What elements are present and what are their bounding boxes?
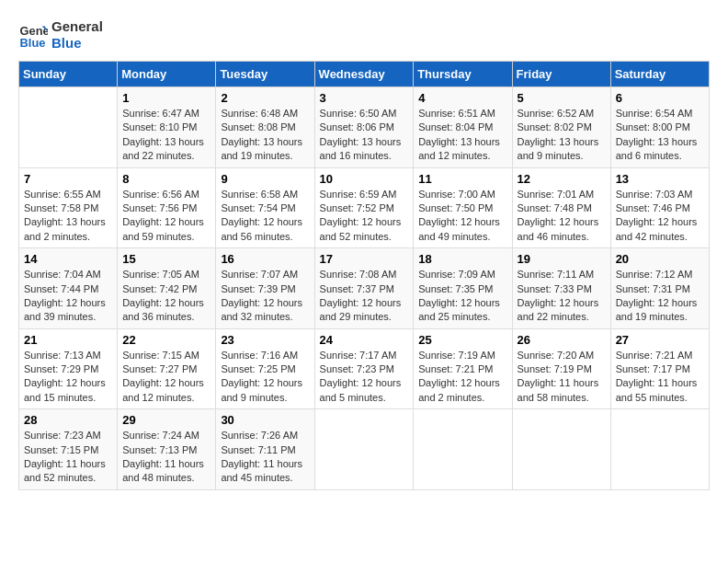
logo-general: General (51, 18, 103, 35)
day-number: 15 (122, 252, 210, 266)
weekday-header: Friday (512, 62, 610, 87)
day-info: Sunrise: 7:08 AM Sunset: 7:37 PM Dayligh… (320, 268, 409, 325)
day-info: Sunrise: 7:17 AM Sunset: 7:23 PM Dayligh… (320, 349, 409, 406)
day-number: 3 (320, 91, 409, 105)
calendar-cell (512, 409, 610, 490)
calendar-cell: 6Sunrise: 6:54 AM Sunset: 8:00 PM Daylig… (610, 87, 709, 168)
calendar-week-row: 1Sunrise: 6:47 AM Sunset: 8:10 PM Daylig… (19, 87, 710, 168)
calendar-cell: 5Sunrise: 6:52 AM Sunset: 8:02 PM Daylig… (512, 87, 610, 168)
calendar-cell: 22Sunrise: 7:15 AM Sunset: 7:27 PM Dayli… (118, 328, 216, 409)
day-info: Sunrise: 7:09 AM Sunset: 7:35 PM Dayligh… (418, 268, 506, 325)
calendar-cell: 16Sunrise: 7:07 AM Sunset: 7:39 PM Dayli… (216, 248, 314, 329)
logo-blue: Blue (51, 35, 103, 52)
calendar-cell: 28Sunrise: 7:23 AM Sunset: 7:15 PM Dayli… (19, 409, 118, 490)
day-number: 13 (616, 172, 704, 186)
day-info: Sunrise: 7:11 AM Sunset: 7:33 PM Dayligh… (518, 268, 606, 325)
day-info: Sunrise: 7:15 AM Sunset: 7:27 PM Dayligh… (122, 349, 210, 406)
day-info: Sunrise: 6:51 AM Sunset: 8:04 PM Dayligh… (418, 107, 506, 164)
calendar-cell: 24Sunrise: 7:17 AM Sunset: 7:23 PM Dayli… (314, 328, 414, 409)
day-info: Sunrise: 6:50 AM Sunset: 8:06 PM Dayligh… (320, 107, 409, 164)
day-info: Sunrise: 7:04 AM Sunset: 7:44 PM Dayligh… (24, 268, 112, 325)
day-info: Sunrise: 7:23 AM Sunset: 7:15 PM Dayligh… (24, 429, 112, 486)
day-number: 20 (616, 252, 704, 266)
calendar-cell: 3Sunrise: 6:50 AM Sunset: 8:06 PM Daylig… (314, 87, 414, 168)
day-number: 11 (418, 172, 506, 186)
weekday-header: Sunday (19, 62, 118, 87)
day-number: 4 (418, 91, 506, 105)
day-number: 19 (518, 252, 606, 266)
weekday-header: Saturday (610, 62, 709, 87)
calendar-cell (414, 409, 512, 490)
calendar-cell: 20Sunrise: 7:12 AM Sunset: 7:31 PM Dayli… (610, 248, 709, 329)
day-number: 6 (616, 91, 704, 105)
day-number: 16 (221, 252, 309, 266)
weekday-header: Monday (118, 62, 216, 87)
day-info: Sunrise: 7:05 AM Sunset: 7:42 PM Dayligh… (122, 268, 210, 325)
weekday-header: Tuesday (216, 62, 314, 87)
calendar-cell: 12Sunrise: 7:01 AM Sunset: 7:48 PM Dayli… (512, 167, 610, 248)
day-info: Sunrise: 7:24 AM Sunset: 7:13 PM Dayligh… (122, 429, 210, 486)
day-info: Sunrise: 7:12 AM Sunset: 7:31 PM Dayligh… (616, 268, 704, 325)
day-number: 2 (221, 91, 309, 105)
day-number: 28 (24, 413, 112, 427)
logo-icon: General Blue (18, 20, 48, 50)
calendar-cell: 11Sunrise: 7:00 AM Sunset: 7:50 PM Dayli… (414, 167, 512, 248)
day-number: 17 (320, 252, 409, 266)
calendar-cell: 1Sunrise: 6:47 AM Sunset: 8:10 PM Daylig… (118, 87, 216, 168)
day-info: Sunrise: 6:59 AM Sunset: 7:52 PM Dayligh… (320, 188, 409, 245)
day-number: 5 (518, 91, 606, 105)
calendar-cell: 9Sunrise: 6:58 AM Sunset: 7:54 PM Daylig… (216, 167, 314, 248)
day-info: Sunrise: 7:21 AM Sunset: 7:17 PM Dayligh… (616, 349, 704, 406)
day-info: Sunrise: 7:19 AM Sunset: 7:21 PM Dayligh… (418, 349, 506, 406)
calendar-week-row: 14Sunrise: 7:04 AM Sunset: 7:44 PM Dayli… (19, 248, 710, 329)
day-number: 23 (221, 333, 309, 347)
day-info: Sunrise: 7:16 AM Sunset: 7:25 PM Dayligh… (221, 349, 309, 406)
calendar-week-row: 21Sunrise: 7:13 AM Sunset: 7:29 PM Dayli… (19, 328, 710, 409)
calendar-cell: 7Sunrise: 6:55 AM Sunset: 7:58 PM Daylig… (19, 167, 118, 248)
day-info: Sunrise: 6:47 AM Sunset: 8:10 PM Dayligh… (122, 107, 210, 164)
day-number: 22 (122, 333, 210, 347)
calendar-week-row: 28Sunrise: 7:23 AM Sunset: 7:15 PM Dayli… (19, 409, 710, 490)
day-info: Sunrise: 6:48 AM Sunset: 8:08 PM Dayligh… (221, 107, 309, 164)
svg-text:Blue: Blue (20, 36, 46, 50)
calendar-cell: 21Sunrise: 7:13 AM Sunset: 7:29 PM Dayli… (19, 328, 118, 409)
day-number: 14 (24, 252, 112, 266)
day-info: Sunrise: 6:52 AM Sunset: 8:02 PM Dayligh… (518, 107, 606, 164)
page-header: General Blue General Blue (18, 18, 710, 52)
logo: General Blue General Blue (18, 18, 103, 52)
calendar-cell: 2Sunrise: 6:48 AM Sunset: 8:08 PM Daylig… (216, 87, 314, 168)
calendar-cell (314, 409, 414, 490)
calendar-cell: 26Sunrise: 7:20 AM Sunset: 7:19 PM Dayli… (512, 328, 610, 409)
calendar-cell: 4Sunrise: 6:51 AM Sunset: 8:04 PM Daylig… (414, 87, 512, 168)
day-number: 7 (24, 172, 112, 186)
day-number: 9 (221, 172, 309, 186)
day-info: Sunrise: 7:03 AM Sunset: 7:46 PM Dayligh… (616, 188, 704, 245)
weekday-header: Wednesday (314, 62, 414, 87)
day-number: 1 (122, 91, 210, 105)
day-number: 26 (518, 333, 606, 347)
weekday-header-row: SundayMondayTuesdayWednesdayThursdayFrid… (19, 62, 710, 87)
day-number: 30 (221, 413, 309, 427)
day-info: Sunrise: 7:13 AM Sunset: 7:29 PM Dayligh… (24, 349, 112, 406)
calendar-cell: 18Sunrise: 7:09 AM Sunset: 7:35 PM Dayli… (414, 248, 512, 329)
day-info: Sunrise: 7:00 AM Sunset: 7:50 PM Dayligh… (418, 188, 506, 245)
calendar-cell (19, 87, 118, 168)
day-number: 29 (122, 413, 210, 427)
day-info: Sunrise: 7:01 AM Sunset: 7:48 PM Dayligh… (518, 188, 606, 245)
day-info: Sunrise: 6:55 AM Sunset: 7:58 PM Dayligh… (24, 188, 112, 245)
calendar-table: SundayMondayTuesdayWednesdayThursdayFrid… (18, 61, 710, 490)
day-number: 21 (24, 333, 112, 347)
calendar-cell: 8Sunrise: 6:56 AM Sunset: 7:56 PM Daylig… (118, 167, 216, 248)
day-number: 27 (616, 333, 704, 347)
calendar-cell: 23Sunrise: 7:16 AM Sunset: 7:25 PM Dayli… (216, 328, 314, 409)
calendar-cell: 13Sunrise: 7:03 AM Sunset: 7:46 PM Dayli… (610, 167, 709, 248)
calendar-cell: 17Sunrise: 7:08 AM Sunset: 7:37 PM Dayli… (314, 248, 414, 329)
calendar-cell: 30Sunrise: 7:26 AM Sunset: 7:11 PM Dayli… (216, 409, 314, 490)
calendar-cell: 27Sunrise: 7:21 AM Sunset: 7:17 PM Dayli… (610, 328, 709, 409)
calendar-cell: 19Sunrise: 7:11 AM Sunset: 7:33 PM Dayli… (512, 248, 610, 329)
day-number: 18 (418, 252, 506, 266)
calendar-cell (610, 409, 709, 490)
calendar-cell: 29Sunrise: 7:24 AM Sunset: 7:13 PM Dayli… (118, 409, 216, 490)
calendar-cell: 15Sunrise: 7:05 AM Sunset: 7:42 PM Dayli… (118, 248, 216, 329)
calendar-cell: 14Sunrise: 7:04 AM Sunset: 7:44 PM Dayli… (19, 248, 118, 329)
